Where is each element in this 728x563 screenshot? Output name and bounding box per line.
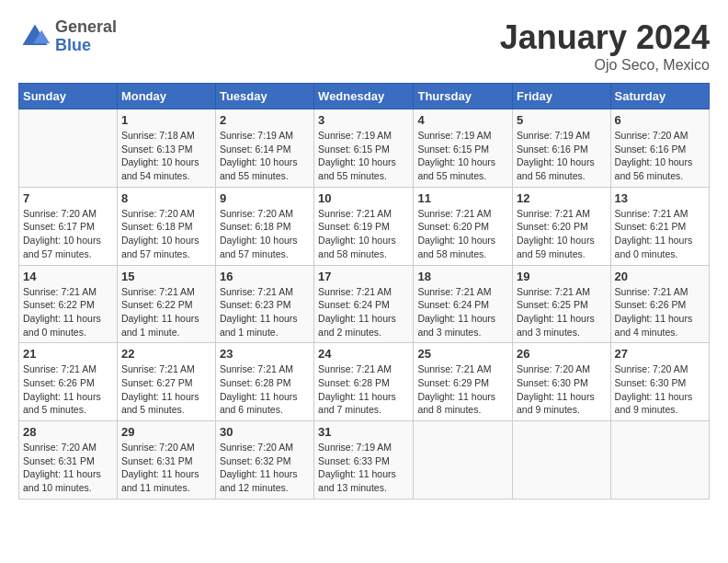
calendar-day-cell: 19Sunrise: 7:21 AMSunset: 6:25 PMDayligh… — [513, 265, 611, 343]
calendar-day-cell: 7Sunrise: 7:20 AMSunset: 6:17 PMDaylight… — [19, 187, 118, 265]
day-number: 30 — [220, 425, 310, 439]
calendar-week-row: 7Sunrise: 7:20 AMSunset: 6:17 PMDaylight… — [19, 187, 710, 265]
day-number: 8 — [121, 191, 211, 205]
calendar-day-cell: 21Sunrise: 7:21 AMSunset: 6:26 PMDayligh… — [19, 343, 118, 421]
day-info: Sunrise: 7:20 AMSunset: 6:30 PMDaylight:… — [517, 362, 607, 417]
calendar-body: 1Sunrise: 7:18 AMSunset: 6:13 PMDaylight… — [19, 109, 710, 500]
day-info: Sunrise: 7:21 AMSunset: 6:26 PMDaylight:… — [23, 362, 113, 417]
calendar-header: SundayMondayTuesdayWednesdayThursdayFrid… — [19, 84, 710, 109]
day-number: 22 — [121, 347, 211, 361]
day-info: Sunrise: 7:21 AMSunset: 6:21 PMDaylight:… — [615, 207, 705, 261]
calendar-week-row: 21Sunrise: 7:21 AMSunset: 6:26 PMDayligh… — [19, 343, 710, 421]
calendar-day-cell: 25Sunrise: 7:21 AMSunset: 6:29 PMDayligh… — [414, 343, 513, 421]
calendar-day-cell: 27Sunrise: 7:20 AMSunset: 6:30 PMDayligh… — [610, 343, 709, 421]
day-number: 3 — [318, 113, 409, 127]
day-of-week-header: Wednesday — [314, 84, 414, 109]
logo-line2: Blue — [55, 37, 117, 55]
day-number: 11 — [417, 191, 508, 205]
day-info: Sunrise: 7:20 AMSunset: 6:17 PMDaylight:… — [23, 207, 113, 261]
day-info: Sunrise: 7:20 AMSunset: 6:16 PMDaylight:… — [615, 129, 705, 183]
calendar-day-cell: 8Sunrise: 7:20 AMSunset: 6:18 PMDaylight… — [117, 187, 215, 265]
calendar-day-cell: 31Sunrise: 7:19 AMSunset: 6:33 PMDayligh… — [314, 421, 414, 500]
day-info: Sunrise: 7:19 AMSunset: 6:16 PMDaylight:… — [517, 129, 607, 183]
day-number: 28 — [23, 425, 113, 439]
day-number: 20 — [615, 270, 705, 283]
day-of-week-header: Saturday — [610, 84, 709, 109]
day-info: Sunrise: 7:21 AMSunset: 6:28 PMDaylight:… — [220, 362, 310, 417]
calendar-day-cell: 17Sunrise: 7:21 AMSunset: 6:24 PMDayligh… — [314, 265, 414, 343]
calendar-day-cell: 29Sunrise: 7:20 AMSunset: 6:31 PMDayligh… — [117, 421, 215, 500]
day-number: 16 — [220, 270, 310, 283]
day-info: Sunrise: 7:20 AMSunset: 6:18 PMDaylight:… — [220, 207, 310, 261]
day-number: 18 — [417, 270, 508, 283]
day-number: 4 — [417, 113, 508, 127]
calendar-day-cell: 26Sunrise: 7:20 AMSunset: 6:30 PMDayligh… — [513, 343, 611, 421]
title-block: January 2024 Ojo Seco, Mexico — [500, 18, 710, 74]
calendar-day-cell: 23Sunrise: 7:21 AMSunset: 6:28 PMDayligh… — [215, 343, 313, 421]
day-info: Sunrise: 7:21 AMSunset: 6:25 PMDaylight:… — [517, 285, 607, 339]
day-number: 24 — [318, 347, 409, 361]
calendar-day-cell: 24Sunrise: 7:21 AMSunset: 6:28 PMDayligh… — [314, 343, 414, 421]
day-info: Sunrise: 7:21 AMSunset: 6:22 PMDaylight:… — [23, 285, 113, 339]
day-number: 2 — [220, 113, 310, 127]
calendar-day-cell: 20Sunrise: 7:21 AMSunset: 6:26 PMDayligh… — [610, 265, 709, 343]
day-number: 15 — [121, 270, 211, 283]
day-number: 23 — [220, 347, 310, 361]
day-info: Sunrise: 7:21 AMSunset: 6:19 PMDaylight:… — [318, 207, 409, 261]
day-number: 9 — [220, 191, 310, 205]
logo-icon — [18, 20, 51, 53]
calendar-day-cell: 10Sunrise: 7:21 AMSunset: 6:19 PMDayligh… — [314, 187, 414, 265]
day-number: 17 — [318, 270, 409, 283]
day-of-week-header: Friday — [513, 84, 611, 109]
day-number: 21 — [23, 347, 113, 361]
calendar-week-row: 1Sunrise: 7:18 AMSunset: 6:13 PMDaylight… — [19, 109, 710, 188]
day-number: 14 — [23, 270, 113, 283]
day-number: 26 — [517, 347, 607, 361]
calendar-day-cell: 15Sunrise: 7:21 AMSunset: 6:22 PMDayligh… — [117, 265, 215, 343]
day-number: 29 — [121, 425, 211, 439]
day-number: 5 — [517, 113, 607, 127]
day-info: Sunrise: 7:20 AMSunset: 6:32 PMDaylight:… — [220, 441, 310, 495]
calendar-day-cell — [610, 421, 709, 500]
day-info: Sunrise: 7:21 AMSunset: 6:20 PMDaylight:… — [417, 207, 508, 261]
calendar-day-cell — [19, 109, 118, 188]
day-info: Sunrise: 7:21 AMSunset: 6:24 PMDaylight:… — [318, 285, 409, 339]
day-info: Sunrise: 7:21 AMSunset: 6:28 PMDaylight:… — [318, 362, 409, 417]
calendar-day-cell: 30Sunrise: 7:20 AMSunset: 6:32 PMDayligh… — [215, 421, 313, 500]
day-number: 12 — [517, 191, 607, 205]
day-info: Sunrise: 7:20 AMSunset: 6:30 PMDaylight:… — [615, 362, 705, 417]
day-number: 19 — [517, 270, 607, 283]
day-of-week-header: Tuesday — [215, 84, 313, 109]
day-info: Sunrise: 7:21 AMSunset: 6:29 PMDaylight:… — [417, 362, 508, 417]
calendar-day-cell: 16Sunrise: 7:21 AMSunset: 6:23 PMDayligh… — [215, 265, 313, 343]
calendar-day-cell: 5Sunrise: 7:19 AMSunset: 6:16 PMDaylight… — [513, 109, 611, 188]
day-info: Sunrise: 7:19 AMSunset: 6:15 PMDaylight:… — [318, 129, 409, 183]
calendar-day-cell: 3Sunrise: 7:19 AMSunset: 6:15 PMDaylight… — [314, 109, 414, 188]
days-of-week-row: SundayMondayTuesdayWednesdayThursdayFrid… — [19, 84, 710, 109]
calendar-day-cell — [513, 421, 611, 500]
page-title: January 2024 — [500, 18, 710, 57]
day-info: Sunrise: 7:20 AMSunset: 6:31 PMDaylight:… — [23, 441, 113, 495]
day-info: Sunrise: 7:21 AMSunset: 6:22 PMDaylight:… — [121, 285, 211, 339]
day-of-week-header: Sunday — [19, 84, 118, 109]
calendar-day-cell — [414, 421, 513, 500]
day-info: Sunrise: 7:21 AMSunset: 6:20 PMDaylight:… — [517, 207, 607, 261]
calendar-week-row: 14Sunrise: 7:21 AMSunset: 6:22 PMDayligh… — [19, 265, 710, 343]
calendar-day-cell: 28Sunrise: 7:20 AMSunset: 6:31 PMDayligh… — [19, 421, 118, 500]
day-info: Sunrise: 7:18 AMSunset: 6:13 PMDaylight:… — [121, 129, 211, 183]
day-info: Sunrise: 7:21 AMSunset: 6:24 PMDaylight:… — [417, 285, 508, 339]
day-number: 10 — [318, 191, 409, 205]
day-info: Sunrise: 7:19 AMSunset: 6:15 PMDaylight:… — [417, 129, 508, 183]
day-info: Sunrise: 7:19 AMSunset: 6:33 PMDaylight:… — [318, 441, 409, 495]
calendar-week-row: 28Sunrise: 7:20 AMSunset: 6:31 PMDayligh… — [19, 421, 710, 500]
calendar-day-cell: 18Sunrise: 7:21 AMSunset: 6:24 PMDayligh… — [414, 265, 513, 343]
calendar-day-cell: 22Sunrise: 7:21 AMSunset: 6:27 PMDayligh… — [117, 343, 215, 421]
calendar-day-cell: 4Sunrise: 7:19 AMSunset: 6:15 PMDaylight… — [414, 109, 513, 188]
day-number: 13 — [615, 191, 705, 205]
day-number: 25 — [417, 347, 508, 361]
day-info: Sunrise: 7:21 AMSunset: 6:27 PMDaylight:… — [121, 362, 211, 417]
logo: General Blue — [18, 18, 117, 55]
day-number: 27 — [615, 347, 705, 361]
day-info: Sunrise: 7:20 AMSunset: 6:31 PMDaylight:… — [121, 441, 211, 495]
page-subtitle: Ojo Seco, Mexico — [500, 57, 710, 74]
